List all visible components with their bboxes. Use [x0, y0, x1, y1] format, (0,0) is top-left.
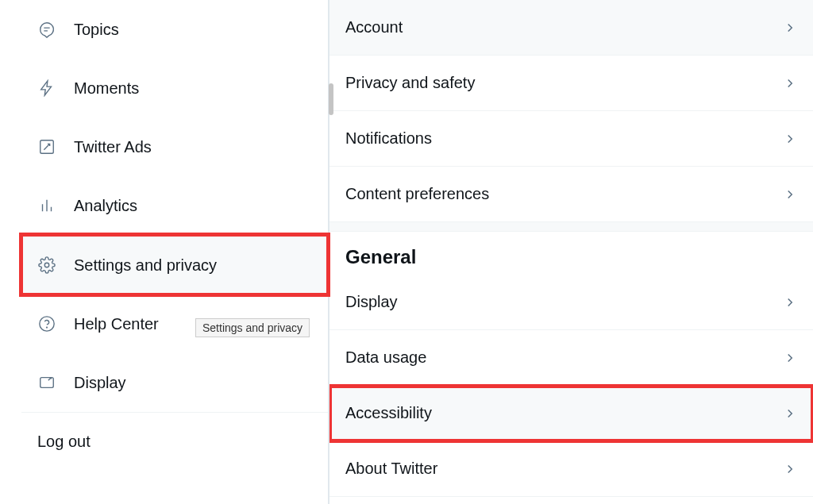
settings-item-notifications[interactable]: Notifications — [329, 111, 813, 167]
scrollbar-hint — [329, 83, 333, 115]
settings-item-label: Account — [345, 18, 403, 37]
sidebar-item-label: Analytics — [74, 197, 137, 215]
sidebar-item-label: Display — [74, 374, 126, 392]
sidebar-item-label: Log out — [37, 433, 91, 451]
chevron-right-icon — [783, 406, 797, 421]
svg-point-2 — [40, 317, 54, 331]
settings-item-label: Accessibility — [345, 404, 432, 422]
sidebar-item-label: Help Center — [74, 315, 159, 333]
sidebar-item-twitter-ads[interactable]: Twitter Ads — [21, 117, 328, 176]
settings-item-content-preferences[interactable]: Content preferences — [329, 167, 813, 222]
svg-rect-4 — [40, 378, 54, 388]
chevron-right-icon — [783, 132, 797, 146]
settings-item-account[interactable]: Account — [329, 0, 813, 56]
sidebar: Topics Moments Twitter Ads Analytics — [0, 0, 329, 504]
sidebar-item-display[interactable]: Display — [21, 353, 328, 412]
gear-icon — [37, 256, 56, 275]
chevron-right-icon — [783, 351, 797, 365]
analytics-icon — [37, 196, 56, 215]
sidebar-item-settings-privacy[interactable]: Settings and privacy — [21, 235, 328, 294]
chevron-right-icon — [783, 76, 797, 90]
chevron-right-icon — [783, 21, 797, 35]
sidebar-item-label: Moments — [74, 79, 139, 98]
settings-item-label: Display — [345, 293, 398, 311]
tooltip: Settings and privacy — [195, 318, 310, 337]
section-divider — [329, 222, 813, 232]
sidebar-item-analytics[interactable]: Analytics — [21, 176, 328, 235]
settings-item-label: Privacy and safety — [345, 74, 475, 92]
svg-point-1 — [44, 263, 49, 267]
ads-icon — [37, 137, 56, 156]
settings-item-privacy-safety[interactable]: Privacy and safety — [329, 56, 813, 111]
settings-item-accessibility[interactable]: Accessibility — [329, 386, 813, 441]
sidebar-item-topics[interactable]: Topics — [21, 0, 328, 59]
settings-item-about-twitter[interactable]: About Twitter — [329, 441, 813, 497]
chevron-right-icon — [783, 187, 797, 202]
chevron-right-icon — [783, 462, 797, 476]
moments-icon — [37, 79, 56, 98]
settings-item-label: Data usage — [345, 348, 426, 367]
settings-item-display[interactable]: Display — [329, 275, 813, 330]
display-icon — [37, 373, 56, 392]
chevron-right-icon — [783, 295, 797, 310]
sidebar-item-logout[interactable]: Log out — [21, 412, 328, 471]
topics-icon — [37, 20, 56, 39]
svg-point-3 — [47, 327, 48, 328]
section-header-general: General — [329, 232, 813, 275]
help-icon — [37, 314, 56, 333]
settings-item-label: About Twitter — [345, 460, 437, 478]
settings-item-label: Notifications — [345, 129, 432, 148]
sidebar-item-label: Settings and privacy — [74, 256, 217, 275]
sidebar-item-label: Topics — [74, 21, 119, 39]
settings-panel: Account Privacy and safety Notifications… — [329, 0, 813, 504]
sidebar-item-moments[interactable]: Moments — [21, 59, 328, 117]
settings-item-data-usage[interactable]: Data usage — [329, 330, 813, 386]
settings-item-label: Content preferences — [345, 185, 489, 203]
sidebar-item-label: Twitter Ads — [74, 138, 152, 156]
